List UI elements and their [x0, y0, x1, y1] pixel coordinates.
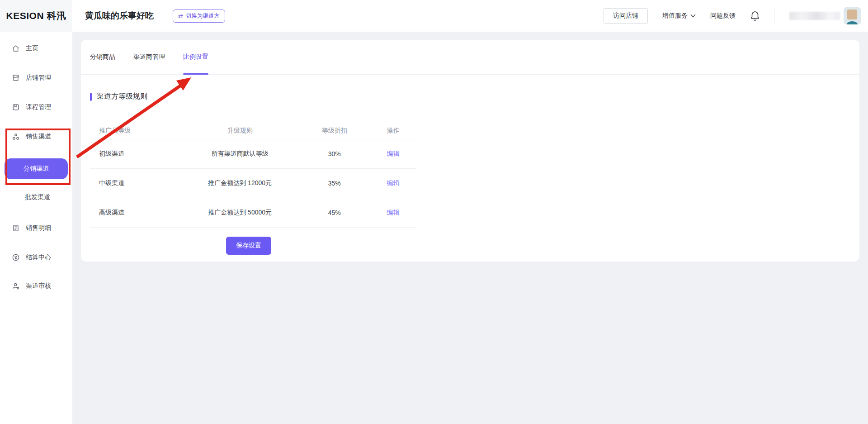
sidebar-item-label: 分销渠道 — [24, 165, 49, 173]
cell-discount: 30% — [298, 150, 370, 157]
value-added-services-menu[interactable]: 增值服务 — [662, 12, 696, 20]
sidebar-item-wholesale-channel[interactable]: 批发渠道 — [25, 192, 50, 203]
chevron-down-icon — [690, 14, 696, 18]
tab-label: 渠道商管理 — [133, 53, 165, 61]
sidebar-item-channel-audit[interactable]: 渠道审核 — [12, 281, 51, 291]
section-title: 渠道方等级规则 — [90, 92, 147, 101]
edit-link[interactable]: 编辑 — [387, 179, 400, 186]
swap-arrows-icon: ⇄ — [178, 13, 183, 19]
sidebar-item-sales-channels[interactable]: 销售渠道 — [12, 131, 51, 142]
avatar[interactable] — [844, 7, 861, 24]
sidebar-item-label: 批发渠道 — [25, 193, 50, 201]
switch-role-label: 切换为渠道方 — [186, 12, 220, 20]
sidebar-item-label: 渠道审核 — [26, 282, 51, 290]
sidebar-item-label: 课程管理 — [26, 103, 51, 111]
course-icon — [12, 103, 20, 111]
audit-icon — [12, 282, 20, 290]
sidebar-item-label: 销售明细 — [26, 224, 51, 232]
sidebar-item-settlement-center[interactable]: 结算中心 — [12, 252, 51, 263]
cell-discount: 35% — [298, 180, 370, 187]
content-card: 分销商品 渠道商管理 比例设置 渠道方等级规则 推广员等级 升级规则 等级折扣 … — [81, 40, 859, 262]
level-rules-table: 推广员等级 升级规则 等级折扣 操作 初级渠道 所有渠道商默认等级 30% 编辑… — [90, 122, 416, 228]
app-logo: KESION 科汛 — [0, 0, 72, 32]
sidebar-item-label: 店铺管理 — [26, 74, 51, 82]
channels-icon — [12, 133, 20, 141]
sales-detail-icon — [12, 224, 20, 232]
cell-rule: 推广金额达到 12000元 — [181, 179, 299, 187]
visit-store-button[interactable]: 访问店铺 — [604, 8, 648, 24]
col-header-level: 推广员等级 — [90, 127, 181, 135]
cell-level: 初级渠道 — [90, 150, 181, 158]
sidebar-item-shop-manage[interactable]: 店铺管理 — [12, 72, 51, 83]
username-blurred — [789, 12, 840, 20]
table-row: 高级渠道 推广金额达到 50000元 45% 编辑 — [90, 198, 416, 228]
sidebar-item-distribution-channel-active[interactable]: 分销渠道 — [5, 158, 68, 179]
notification-bell-icon[interactable] — [750, 10, 760, 21]
sidebar-item-sales-detail[interactable]: 销售明细 — [12, 223, 51, 233]
settlement-icon — [12, 253, 20, 262]
home-icon — [12, 44, 20, 52]
table-row: 初级渠道 所有渠道商默认等级 30% 编辑 — [90, 139, 416, 169]
edit-link[interactable]: 编辑 — [387, 209, 400, 216]
cell-level: 高级渠道 — [90, 209, 181, 217]
table-header-row: 推广员等级 升级规则 等级折扣 操作 — [90, 122, 416, 139]
section-accent-bar — [90, 93, 92, 101]
tab-label: 分销商品 — [90, 53, 115, 61]
switch-role-button[interactable]: ⇄ 切换为渠道方 — [173, 10, 225, 23]
sidebar-nav: 主页 店铺管理 课程管理 销售渠道 分销渠道 批发渠道 销售明细 结算中心 — [0, 32, 72, 424]
store-icon — [12, 74, 20, 82]
store-name: 黄瓜味的乐事好吃 — [85, 10, 154, 22]
tab-channel-merchant-manage[interactable]: 渠道商管理 — [133, 40, 165, 74]
header-divider — [774, 9, 775, 23]
col-header-action: 操作 — [370, 127, 416, 135]
sidebar-item-label: 主页 — [26, 44, 38, 52]
sidebar-item-course-manage[interactable]: 课程管理 — [12, 102, 51, 113]
sidebar-item-home[interactable]: 主页 — [12, 43, 38, 54]
sidebar-item-label: 销售渠道 — [26, 133, 51, 141]
save-settings-button[interactable]: 保存设置 — [226, 237, 271, 255]
top-header: KESION 科汛 黄瓜味的乐事好吃 ⇄ 切换为渠道方 访问店铺 增值服务 问题… — [0, 0, 868, 32]
tab-bar: 分销商品 渠道商管理 比例设置 — [81, 40, 859, 75]
tab-ratio-settings[interactable]: 比例设置 — [183, 40, 208, 74]
edit-link[interactable]: 编辑 — [387, 150, 400, 157]
cell-discount: 45% — [298, 209, 370, 216]
feedback-link[interactable]: 问题反馈 — [710, 12, 736, 20]
table-row: 中级渠道 推广金额达到 12000元 35% 编辑 — [90, 169, 416, 198]
col-header-rule: 升级规则 — [181, 127, 299, 135]
tab-label: 比例设置 — [183, 53, 208, 61]
cell-rule: 推广金额达到 50000元 — [181, 209, 299, 217]
sidebar-item-label: 结算中心 — [26, 253, 51, 262]
section-title-text: 渠道方等级规则 — [97, 92, 147, 101]
cell-level: 中级渠道 — [90, 179, 181, 187]
user-account[interactable] — [789, 7, 861, 24]
cell-rule: 所有渠道商默认等级 — [181, 150, 299, 158]
col-header-discount: 等级折扣 — [298, 127, 370, 135]
value-added-label: 增值服务 — [662, 12, 688, 20]
tab-distribution-goods[interactable]: 分销商品 — [90, 40, 115, 74]
